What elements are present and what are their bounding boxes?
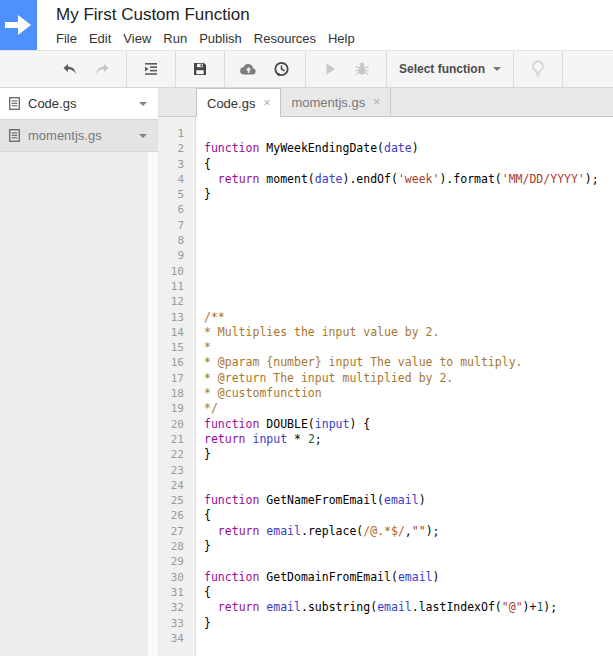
- undo-icon[interactable]: [57, 56, 83, 82]
- toolbar-spacer: [0, 51, 46, 87]
- code-line[interactable]: *: [204, 340, 613, 355]
- code-line[interactable]: function MyWeekEndingDate(date): [204, 141, 613, 156]
- code-line[interactable]: * Multiplies the input value by 2.: [204, 325, 613, 340]
- indent-icon[interactable]: [138, 56, 164, 82]
- line-number: 4: [158, 172, 195, 187]
- code-line[interactable]: * @param {number} input The value to mul…: [204, 355, 613, 370]
- menu-item-view[interactable]: View: [117, 29, 157, 48]
- file-name-label: Code.gs: [28, 96, 139, 111]
- line-number-gutter: 1234567891011121314151617181920212223242…: [158, 117, 196, 656]
- line-number: 28: [158, 539, 195, 554]
- code-line[interactable]: [204, 248, 613, 263]
- sidebar-file-momentjs-gs[interactable]: momentjs.gs: [0, 120, 158, 152]
- code-line[interactable]: function GetNameFromEmail(email): [204, 493, 613, 508]
- line-number: 7: [158, 218, 195, 233]
- code-line[interactable]: [204, 264, 613, 279]
- code-line[interactable]: return email.substring(email.lastIndexOf…: [204, 600, 613, 615]
- line-number: 31: [158, 585, 195, 600]
- line-number: 3: [158, 157, 195, 172]
- line-number: 6: [158, 202, 195, 217]
- toolbar-group-indent: [127, 51, 176, 87]
- toolbar-group-undo-redo: [46, 51, 127, 87]
- file-menu-caret-icon[interactable]: [139, 102, 147, 106]
- file-menu-caret-icon[interactable]: [139, 134, 147, 138]
- tab-momentjs-gs[interactable]: momentjs.gs×: [281, 88, 391, 116]
- redo-icon: [89, 56, 115, 82]
- line-number: 22: [158, 447, 195, 462]
- line-number: 14: [158, 325, 195, 340]
- line-number: 33: [158, 616, 195, 631]
- menu-item-file[interactable]: File: [50, 29, 83, 48]
- history-clock-icon[interactable]: [268, 56, 294, 82]
- code-line[interactable]: return input * 2;: [204, 432, 613, 447]
- line-number: 25: [158, 493, 195, 508]
- line-number: 20: [158, 417, 195, 432]
- code-line[interactable]: }: [204, 187, 613, 202]
- apps-script-editor-window: My First Custom Function FileEditViewRun…: [0, 0, 613, 656]
- code-line[interactable]: {: [204, 585, 613, 600]
- line-number: 16: [158, 355, 195, 370]
- toolbar-group-suggestions: [514, 51, 563, 87]
- code-line[interactable]: [204, 202, 613, 217]
- sidebar-file-code-gs[interactable]: Code.gs: [0, 88, 158, 120]
- code-line[interactable]: [204, 478, 613, 493]
- code-line[interactable]: return email.replace(/@.*$/,"");: [204, 524, 613, 539]
- code-area[interactable]: 1234567891011121314151617181920212223242…: [158, 117, 613, 656]
- save-icon[interactable]: [187, 56, 213, 82]
- file-name-label: momentjs.gs: [28, 128, 139, 143]
- line-number: 18: [158, 386, 195, 401]
- code-line[interactable]: [204, 126, 613, 141]
- code-line[interactable]: * @customfunction: [204, 386, 613, 401]
- debug-bug-icon: [349, 56, 375, 82]
- line-number: 5: [158, 187, 195, 202]
- select-function-label: Select function: [399, 62, 485, 76]
- toolbar-empty-area: [563, 51, 613, 87]
- cloud-upload-icon[interactable]: [236, 56, 262, 82]
- project-title[interactable]: My First Custom Function: [56, 5, 250, 25]
- line-number: 34: [158, 631, 195, 646]
- code-line[interactable]: {: [204, 508, 613, 523]
- menu-item-publish[interactable]: Publish: [193, 29, 248, 48]
- code-line[interactable]: [204, 294, 613, 309]
- toolbar-group-run: [306, 51, 387, 87]
- line-number: 15: [158, 340, 195, 355]
- code-line[interactable]: }: [204, 447, 613, 462]
- code-line[interactable]: /**: [204, 310, 613, 325]
- line-number: 21: [158, 432, 195, 447]
- menu-item-help[interactable]: Help: [322, 29, 361, 48]
- code-content[interactable]: function MyWeekEndingDate(date){ return …: [196, 117, 613, 656]
- code-line[interactable]: function DOUBLE(input) {: [204, 417, 613, 432]
- menu-item-run[interactable]: Run: [157, 29, 193, 48]
- code-line[interactable]: [204, 233, 613, 248]
- code-line[interactable]: [204, 218, 613, 233]
- line-number: 27: [158, 524, 195, 539]
- code-line[interactable]: return moment(date).endOf('week').format…: [204, 172, 613, 187]
- code-line[interactable]: function GetDomainFromEmail(email): [204, 570, 613, 585]
- files-sidebar: Code.gsmomentjs.gs: [0, 88, 158, 656]
- code-line[interactable]: */: [204, 401, 613, 416]
- menu-item-edit[interactable]: Edit: [83, 29, 117, 48]
- line-number: 24: [158, 478, 195, 493]
- code-line[interactable]: [204, 554, 613, 569]
- code-line[interactable]: }: [204, 616, 613, 631]
- code-line[interactable]: * @return The input multiplied by 2.: [204, 371, 613, 386]
- line-number: 23: [158, 463, 195, 478]
- run-play-icon: [317, 56, 343, 82]
- code-line[interactable]: [204, 631, 613, 646]
- tab-code-gs[interactable]: Code.gs×: [196, 88, 281, 117]
- select-function-dropdown[interactable]: Select function: [387, 51, 514, 87]
- code-line[interactable]: }: [204, 539, 613, 554]
- line-number: 10: [158, 264, 195, 279]
- tab-label: momentjs.gs: [291, 95, 365, 110]
- line-number: 19: [158, 401, 195, 416]
- toolbar: Select function: [0, 50, 613, 88]
- code-line[interactable]: {: [204, 157, 613, 172]
- code-line[interactable]: [204, 463, 613, 478]
- line-number: 29: [158, 554, 195, 569]
- code-line[interactable]: [204, 279, 613, 294]
- toolbar-group-save: [176, 51, 225, 87]
- tab-close-icon[interactable]: ×: [263, 97, 270, 109]
- line-number: 17: [158, 371, 195, 386]
- tab-close-icon[interactable]: ×: [373, 96, 380, 108]
- menu-item-resources[interactable]: Resources: [248, 29, 322, 48]
